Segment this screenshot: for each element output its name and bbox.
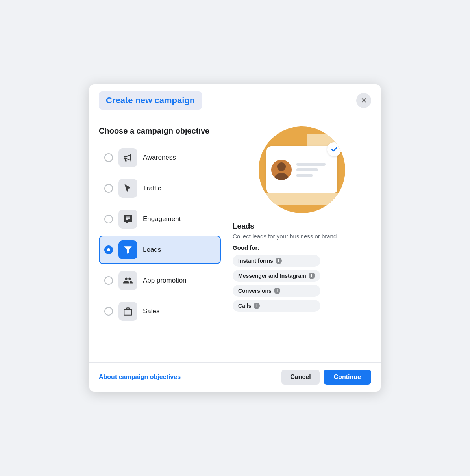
illus-line-3 [296, 174, 313, 177]
illus-line-2 [296, 168, 318, 171]
awareness-icon-box [118, 148, 137, 167]
megaphone-icon [123, 152, 133, 163]
objective-item-sales[interactable]: Sales [99, 297, 221, 325]
awareness-label: Awareness [143, 154, 176, 162]
left-column: Choose a campaign objective Awareness [99, 126, 221, 354]
objective-item-awareness[interactable]: Awareness [99, 143, 221, 172]
illus-card [266, 146, 337, 193]
chat-icon [123, 214, 133, 224]
tag-instant-forms: Instant forms i [233, 255, 320, 267]
objective-item-app-promotion[interactable]: App promotion [99, 266, 221, 295]
continue-button[interactable]: Continue [324, 370, 371, 385]
tag-calls: Calls i [233, 300, 320, 312]
illus-lines [296, 163, 333, 177]
detail-title: Leads [233, 222, 254, 231]
svg-point-1 [274, 173, 289, 180]
info-icon-conversions[interactable]: i [274, 288, 280, 294]
detail-description: Collect leads for your business or brand… [233, 233, 338, 240]
avatar-silhouette [271, 160, 292, 180]
tag-messenger-instagram: Messenger and Instagram i [233, 270, 320, 282]
app-promotion-icon-box [118, 271, 137, 290]
briefcase-icon [123, 306, 133, 316]
modal-footer: About campaign objectives Cancel Continu… [89, 362, 381, 392]
sales-label: Sales [143, 307, 160, 315]
section-title: Choose a campaign objective [99, 126, 221, 136]
close-button[interactable]: ✕ [356, 93, 371, 108]
good-for-label: Good for: [233, 244, 259, 251]
footer-actions: Cancel Continue [281, 370, 371, 385]
right-column: Leads Collect leads for your business or… [233, 126, 371, 354]
engagement-label: Engagement [143, 215, 181, 223]
svg-point-0 [277, 162, 286, 171]
radio-inner-leads [107, 248, 110, 251]
create-campaign-title[interactable]: Create new campaign [99, 91, 202, 110]
illus-avatar [271, 160, 292, 180]
info-icon-messenger[interactable]: i [309, 273, 315, 279]
tag-messenger-instagram-label: Messenger and Instagram [238, 273, 306, 279]
radio-engagement [104, 215, 113, 223]
modal-body: Choose a campaign objective Awareness [89, 115, 381, 362]
illus-bottom-bar [264, 193, 340, 205]
tag-instant-forms-label: Instant forms [238, 258, 273, 264]
cursor-icon [123, 183, 133, 193]
illus-check-badge [327, 142, 341, 156]
engagement-icon-box [118, 210, 137, 229]
radio-traffic [104, 184, 113, 193]
tag-conversions-label: Conversions [238, 288, 272, 294]
modal-header: Create new campaign ✕ [89, 84, 381, 115]
tag-calls-label: Calls [238, 303, 251, 309]
objective-list: Awareness Traffic [99, 143, 221, 325]
leads-label: Leads [143, 246, 161, 254]
objective-item-leads[interactable]: Leads [99, 236, 221, 264]
leads-icon-box [118, 240, 137, 259]
tags-list: Instant forms i Messenger and Instagram … [233, 255, 320, 312]
create-campaign-modal: Create new campaign ✕ Choose a campaign … [89, 84, 381, 392]
funnel-icon [123, 245, 133, 255]
app-promotion-label: App promotion [143, 277, 187, 284]
info-icon-calls[interactable]: i [254, 303, 260, 309]
tag-conversions: Conversions i [233, 285, 320, 297]
leads-illustration [259, 126, 345, 213]
check-icon [331, 146, 338, 153]
about-objectives-link[interactable]: About campaign objectives [99, 374, 181, 381]
people-icon [123, 275, 133, 286]
objective-item-engagement[interactable]: Engagement [99, 205, 221, 233]
radio-awareness [104, 153, 113, 162]
radio-sales [104, 307, 113, 316]
info-icon-instant-forms[interactable]: i [276, 258, 282, 264]
sales-icon-box [118, 302, 137, 321]
traffic-icon-box [118, 179, 137, 198]
radio-app-promotion [104, 276, 113, 285]
cancel-button[interactable]: Cancel [281, 370, 319, 385]
illus-line-1 [296, 163, 326, 166]
traffic-label: Traffic [143, 184, 161, 192]
objective-item-traffic[interactable]: Traffic [99, 174, 221, 203]
radio-leads [104, 245, 113, 254]
